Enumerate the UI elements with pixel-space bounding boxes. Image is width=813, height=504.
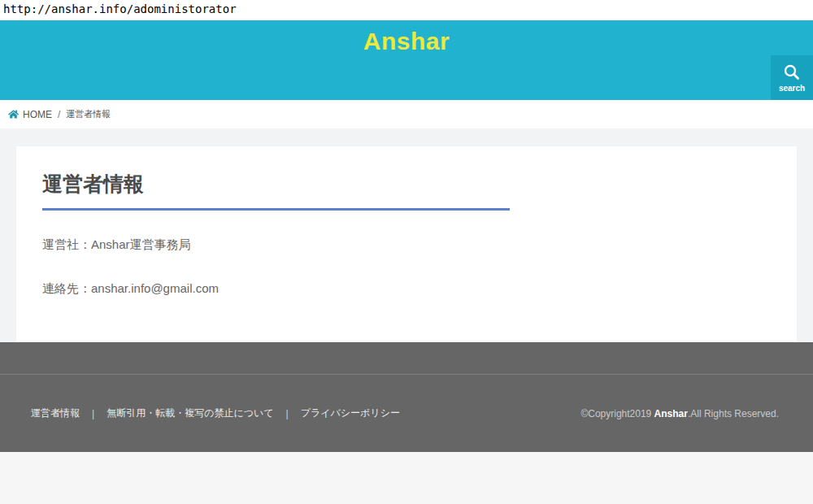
site-logo[interactable]: Anshar <box>0 20 813 55</box>
url-annotation: http://anshar.info/adoministorator <box>0 0 813 20</box>
footer-link-separator: | <box>286 408 289 419</box>
content-card: 運営者情報 運営社：Anshar運営事務局 連絡先：anshar.info@gm… <box>16 146 797 342</box>
operator-line: 運営社：Anshar運営事務局 <box>42 237 797 253</box>
copyright-notice: ©Copyright2019 Anshar.All Rights Reserve… <box>580 408 779 419</box>
breadcrumb: HOME / 運営者情報 <box>0 100 813 128</box>
footer-link-separator: | <box>92 408 94 419</box>
home-icon <box>8 109 19 119</box>
footer-link-operator-info[interactable]: 運営者情報 <box>31 406 80 420</box>
footer-main: 運営者情報 | 無断引用・転載・複写の禁止について | プライバシーポリシー ©… <box>0 375 813 452</box>
copyright-prefix: ©Copyright2019 <box>580 408 654 419</box>
breadcrumb-separator: / <box>58 109 60 120</box>
search-button[interactable]: search <box>771 55 813 100</box>
contact-line: 連絡先：anshar.info@gmail.com <box>42 281 797 297</box>
copyright-brand: Anshar <box>654 408 688 419</box>
site-header: Anshar search <box>0 20 813 100</box>
site-footer: 運営者情報 | 無断引用・転載・複写の禁止について | プライバシーポリシー ©… <box>0 342 813 452</box>
footer-top-band <box>0 342 813 375</box>
footer-nav: 運営者情報 | 無断引用・転載・複写の禁止について | プライバシーポリシー <box>31 406 400 420</box>
below-page-area <box>0 452 813 503</box>
search-button-label: search <box>779 84 805 93</box>
footer-link-no-reproduction[interactable]: 無断引用・転載・複写の禁止について <box>107 406 273 420</box>
search-icon <box>782 63 802 82</box>
footer-link-privacy-policy[interactable]: プライバシーポリシー <box>301 406 400 420</box>
breadcrumb-home-link[interactable]: HOME <box>23 109 52 120</box>
page-background: 運営者情報 運営社：Anshar運営事務局 連絡先：anshar.info@gm… <box>0 128 813 342</box>
copyright-suffix: .All Rights Reserved. <box>688 408 779 419</box>
page-title: 運営者情報 <box>42 171 510 211</box>
breadcrumb-current-page: 運営者情報 <box>66 108 111 120</box>
